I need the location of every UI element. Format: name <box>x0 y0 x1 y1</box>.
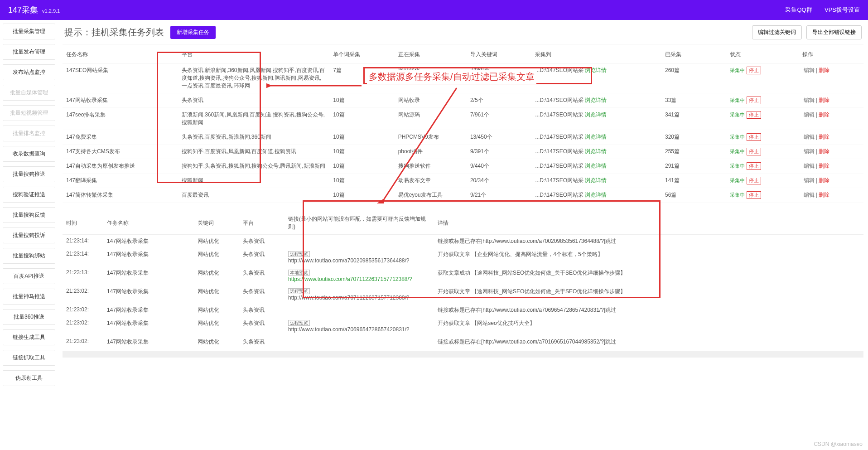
task-op: 编辑|删除 <box>799 63 863 93</box>
stop-button[interactable]: 停止 <box>747 111 761 119</box>
delete-link[interactable]: 删除 <box>819 134 829 140</box>
stop-button[interactable]: 停止 <box>747 97 761 104</box>
log-name: 147网站收录采集 <box>103 317 194 335</box>
sidebar-item-7[interactable]: 批量搜狗推送 <box>3 166 55 182</box>
browse-detail-link[interactable]: 浏览详情 <box>585 134 607 140</box>
delete-link[interactable]: 删除 <box>819 163 829 169</box>
browse-detail-link[interactable]: 浏览详情 <box>585 111 607 118</box>
task-platform: 百度最资讯 <box>178 188 329 203</box>
browse-detail-link[interactable]: 浏览详情 <box>585 97 607 103</box>
log-col-name: 任务名称 <box>103 212 194 235</box>
log-url[interactable]: http://www.toutiao.com/a7071122637157712… <box>288 295 410 301</box>
task-collect-to: ...D:\147SEO网站采 浏览详情 <box>531 159 661 174</box>
log-kw: 网站优化 <box>194 304 239 317</box>
sidebar-item-6[interactable]: 收录数据查询 <box>3 146 55 162</box>
task-collected: 255篇 <box>661 145 726 159</box>
new-task-button[interactable]: 新增采集任务 <box>170 26 216 39</box>
delete-link[interactable]: 删除 <box>819 111 829 118</box>
log-url[interactable]: https://www.toutiao.com/a707112263715771… <box>288 276 412 282</box>
browse-detail-link[interactable]: 浏览详情 <box>585 192 607 198</box>
log-link <box>285 304 434 317</box>
task-collected: 341篇 <box>661 108 726 130</box>
sidebar-item-0[interactable]: 批量采集管理 <box>3 24 55 39</box>
stop-button[interactable]: 停止 <box>747 177 761 184</box>
edit-link[interactable]: 编辑 <box>804 148 815 155</box>
edit-link[interactable]: 编辑 <box>804 97 815 103</box>
delete-link[interactable]: 删除 <box>819 67 829 73</box>
table-row: 147自动采集为原创发布推送搜狗知乎,头条资讯,搜狐新闻,搜狗公众号,腾讯新闻,… <box>63 159 863 174</box>
sidebar-item-11[interactable]: 批量搜狗绑站 <box>3 248 55 264</box>
task-collecting: 网站优化 <box>395 63 467 93</box>
log-col-kw: 关键词 <box>194 212 239 235</box>
sidebar-item-1[interactable]: 批量发布管理 <box>3 44 55 60</box>
task-op: 编辑|删除 <box>799 174 863 188</box>
delete-link[interactable]: 删除 <box>819 97 829 103</box>
log-row: 21:23:02:147网站收录采集网站优化头条资讯链接或标题已存在[http:… <box>63 304 863 317</box>
log-name: 147网站收录采集 <box>103 304 194 317</box>
sidebar-item-8[interactable]: 搜狗验证推送 <box>3 187 55 203</box>
stop-button[interactable]: 停止 <box>747 148 761 155</box>
tasks-table: 任务名称 平台 单个词采集 正在采集 导入关键词 采集到 已采集 状态 操作 1… <box>63 46 863 203</box>
preview-tag[interactable]: 本地预览 <box>288 270 310 276</box>
task-collected: 56篇 <box>661 188 726 203</box>
sidebar-item-17[interactable]: 伪原创工具 <box>3 370 55 386</box>
task-status: 采集中 停止 <box>726 188 798 203</box>
log-link <box>285 235 434 248</box>
preview-tag[interactable]: 远程预览 <box>288 288 310 294</box>
task-status: 采集中 停止 <box>726 63 798 93</box>
task-collected: 260篇 <box>661 63 726 93</box>
brand: 147采集 v1.2.9.1 <box>8 5 60 15</box>
filter-keywords-button[interactable]: 编辑过滤关键词 <box>752 25 802 39</box>
sidebar-item-10[interactable]: 批量搜狗投诉 <box>3 227 55 243</box>
col-imported: 导入关键词 <box>467 46 531 63</box>
stop-button[interactable]: 停止 <box>747 162 761 170</box>
stop-button[interactable]: 停止 <box>747 191 761 199</box>
preview-tag[interactable]: 远程预览 <box>288 320 310 326</box>
log-kw: 网站优化 <box>194 317 239 335</box>
browse-detail-link[interactable]: 浏览详情 <box>585 177 607 184</box>
log-time: 21:23:13: <box>63 266 103 285</box>
task-platform: 新浪新闻,360新闻,凤凰新闻,百度知道,搜狗资讯,搜狗公众号,搜狐新闻 <box>178 108 329 130</box>
edit-link[interactable]: 编辑 <box>804 134 815 140</box>
sidebar-item-2[interactable]: 发布站点监控 <box>3 64 55 80</box>
task-single: 10篇 <box>329 108 394 130</box>
sidebar-item-14[interactable]: 批量360推送 <box>3 309 55 325</box>
edit-link[interactable]: 编辑 <box>804 163 815 169</box>
log-platform: 头条资讯 <box>239 317 285 335</box>
log-kw: 网站优化 <box>194 285 239 304</box>
log-detail: 获取文章成功 【途网科技_网站SEO优化如何做_关于SEO优化详细操作步骤】 <box>434 266 863 285</box>
col-op: 操作 <box>799 46 863 63</box>
sidebar-item-9[interactable]: 批量搜狗反馈 <box>3 207 55 223</box>
status-badge: 采集中 <box>730 68 745 73</box>
edit-link[interactable]: 编辑 <box>804 111 815 118</box>
export-errors-button[interactable]: 导出全部错误链接 <box>806 25 862 39</box>
edit-link[interactable]: 编辑 <box>804 67 815 73</box>
stop-button[interactable]: 停止 <box>747 67 761 74</box>
log-detail: 开始获取文章 【途网科技_网站SEO优化如何做_关于SEO优化详细操作步骤】 <box>434 285 863 304</box>
sidebar-item-16[interactable]: 链接抓取工具 <box>3 350 55 366</box>
task-collecting: 搜狗推送软件 <box>395 159 467 174</box>
col-single: 单个词采集 <box>329 46 394 63</box>
sidebar-item-13[interactable]: 批量神马推送 <box>3 289 55 305</box>
preview-tag[interactable]: 远程预览 <box>288 251 310 257</box>
task-status: 采集中 停止 <box>726 174 798 188</box>
log-url[interactable]: http://www.toutiao.com/a7069654728657420… <box>288 326 410 333</box>
browse-detail-link[interactable]: 浏览详情 <box>585 67 607 73</box>
sidebar-item-12[interactable]: 百度API推送 <box>3 268 55 284</box>
horizontal-scrollbar[interactable] <box>63 351 863 358</box>
log-row: 21:23:14:147网站收录采集网站优化头条资讯远程预览http://www… <box>63 248 863 266</box>
edit-link[interactable]: 编辑 <box>804 192 815 198</box>
log-link: 远程预览http://www.toutiao.com/a706965472865… <box>285 317 434 335</box>
qq-group-link[interactable]: 采集QQ群 <box>785 6 812 13</box>
log-col-time: 时间 <box>63 212 103 235</box>
delete-link[interactable]: 删除 <box>819 192 829 198</box>
vps-settings-link[interactable]: VPS拨号设置 <box>825 6 860 13</box>
delete-link[interactable]: 删除 <box>819 177 829 184</box>
browse-detail-link[interactable]: 浏览详情 <box>585 148 607 155</box>
edit-link[interactable]: 编辑 <box>804 177 815 184</box>
sidebar-item-15[interactable]: 链接生成工具 <box>3 329 55 345</box>
browse-detail-link[interactable]: 浏览详情 <box>585 163 607 169</box>
delete-link[interactable]: 删除 <box>819 148 829 155</box>
log-url[interactable]: http://www.toutiao.com/a7002098535617364… <box>288 257 410 264</box>
stop-button[interactable]: 停止 <box>747 133 761 141</box>
